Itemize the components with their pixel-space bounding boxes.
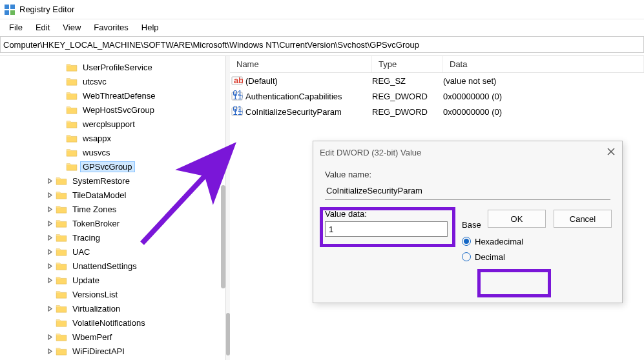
tree-item-label[interactable]: WiFiDirectAPI <box>70 346 127 357</box>
value-row[interactable]: 011110AuthenticationCapabilitiesREG_DWOR… <box>230 88 644 104</box>
expand-icon[interactable] <box>45 306 54 312</box>
expand-icon[interactable] <box>45 334 54 340</box>
radio-hexadecimal[interactable]: Hexadecimal <box>462 234 604 249</box>
tree-item-label[interactable]: Virtualization <box>70 303 123 314</box>
dialog-title-bar[interactable]: Edit DWORD (32-bit) Value <box>313 141 622 163</box>
tree-item[interactable]: wsappx <box>0 131 225 145</box>
dialog-title: Edit DWORD (32-bit) Value <box>320 148 421 157</box>
tree-item[interactable]: WiFiDirectAPI <box>0 344 225 358</box>
expand-icon[interactable] <box>45 178 54 184</box>
value-row[interactable]: ab(Default)REG_SZ(value not set) <box>230 73 644 88</box>
window-title: Registry Editor <box>19 5 74 14</box>
cancel-button[interactable]: Cancel <box>554 210 612 228</box>
radio-icon <box>462 252 471 261</box>
folder-icon <box>66 119 78 129</box>
binary-value-icon: 011110 <box>230 106 244 117</box>
menu-help[interactable]: Help <box>135 21 165 34</box>
folder-icon <box>66 90 78 101</box>
tree-item[interactable]: wusvcs <box>0 145 225 159</box>
tree-item-label[interactable]: WebThreatDefense <box>80 90 158 101</box>
folder-icon <box>56 346 67 356</box>
column-type[interactable]: Type <box>372 56 443 72</box>
tree-item-label[interactable]: Time Zones <box>70 204 119 215</box>
tree-item[interactable]: wercplsupport <box>0 117 225 131</box>
value-name-field[interactable]: CoInitializeSecurityParam <box>325 182 610 200</box>
value-name: AuthenticationCapabilities <box>244 92 372 101</box>
svg-text:110: 110 <box>233 92 244 101</box>
expand-icon[interactable] <box>45 277 54 283</box>
tree-item[interactable]: TileDataModel <box>0 188 225 202</box>
address-bar[interactable] <box>0 36 644 53</box>
expand-icon[interactable] <box>45 235 54 241</box>
tree-item-label[interactable]: wsappx <box>80 133 114 144</box>
tree-item[interactable]: WepHostSvcGroup <box>0 103 225 117</box>
tree-scroll-thumb[interactable] <box>221 185 225 288</box>
radio-decimal[interactable]: Decimal <box>462 249 604 265</box>
menu-view[interactable]: View <box>56 21 87 34</box>
tree-item[interactable]: UserProfileService <box>0 60 225 74</box>
tree-item[interactable]: Tracing <box>0 230 225 245</box>
tree-item-label[interactable]: utcsvc <box>80 76 109 87</box>
expand-icon[interactable] <box>45 348 54 354</box>
tree-item-label[interactable]: wercplsupport <box>80 119 138 130</box>
tree-item[interactable]: Virtualization <box>0 301 225 315</box>
value-row[interactable]: 011110CoInitializeSecurityParamREG_DWORD… <box>230 104 644 119</box>
tree-item-label[interactable]: GPSvcGroup <box>80 161 135 172</box>
expand-icon[interactable] <box>45 192 54 198</box>
value-data-input[interactable] <box>325 221 448 237</box>
tree-item-label[interactable]: SystemRestore <box>70 175 132 186</box>
folder-icon <box>66 161 78 172</box>
menu-file[interactable]: File <box>3 21 29 34</box>
folder-icon <box>66 133 78 143</box>
tree-item[interactable]: Time Zones <box>0 202 225 216</box>
tree-item[interactable]: VolatileNotifications <box>0 315 225 330</box>
tree-item[interactable]: GPSvcGroup <box>0 159 225 174</box>
folder-icon <box>66 147 78 157</box>
registry-tree[interactable]: UserProfileServiceutcsvcWebThreatDefense… <box>0 56 225 360</box>
ok-button[interactable]: OK <box>488 210 546 228</box>
column-headers[interactable]: Name Type Data <box>230 56 644 73</box>
expand-icon[interactable] <box>45 249 54 255</box>
tree-item-label[interactable]: Update <box>70 275 102 286</box>
expand-icon[interactable] <box>45 263 54 269</box>
folder-icon <box>56 175 67 186</box>
value-data: (value not set) <box>443 76 644 86</box>
tree-item[interactable]: SystemRestore <box>0 174 225 188</box>
tree-item[interactable]: UnattendSettings <box>0 259 225 273</box>
radio-icon <box>462 237 471 246</box>
column-name[interactable]: Name <box>230 56 372 72</box>
menu-edit[interactable]: Edit <box>29 21 56 34</box>
folder-icon <box>56 289 67 299</box>
tree-item-label[interactable]: WepHostSvcGroup <box>80 105 157 115</box>
tree-item[interactable]: TokenBroker <box>0 216 225 230</box>
tree-item-label[interactable]: Tracing <box>70 232 103 243</box>
menu-favorites[interactable]: Favorites <box>87 21 134 34</box>
tree-item[interactable]: VersionsList <box>0 287 225 301</box>
expand-icon[interactable] <box>45 206 54 212</box>
tree-item-label[interactable]: UAC <box>70 246 92 257</box>
tree-item-label[interactable]: WbemPerf <box>70 332 114 343</box>
column-data[interactable]: Data <box>443 56 644 72</box>
tree-item-label[interactable]: UnattendSettings <box>70 261 140 272</box>
address-input[interactable] <box>3 40 641 50</box>
value-type: REG_DWORD <box>372 107 443 117</box>
dialog-close-button[interactable] <box>607 147 616 158</box>
expand-icon[interactable] <box>45 221 54 226</box>
tree-item[interactable]: WebThreatDefense <box>0 88 225 103</box>
tree-item[interactable]: Update <box>0 273 225 287</box>
tree-item[interactable]: UAC <box>0 245 225 259</box>
tree-item-label[interactable]: VersionsList <box>70 289 120 300</box>
close-icon <box>607 147 616 156</box>
value-name-label: Value name: <box>325 170 610 179</box>
folder-icon <box>56 190 67 200</box>
value-list[interactable]: ab(Default)REG_SZ(value not set)011110Au… <box>230 73 644 119</box>
tree-item-label[interactable]: VolatileNotifications <box>70 317 148 328</box>
folder-icon <box>56 303 67 314</box>
tree-item-label[interactable]: TileDataModel <box>70 190 129 201</box>
tree-scrollbar[interactable] <box>221 56 225 360</box>
tree-item[interactable]: utcsvc <box>0 74 225 88</box>
tree-item-label[interactable]: TokenBroker <box>70 218 122 229</box>
tree-item-label[interactable]: UserProfileService <box>80 62 155 73</box>
tree-item[interactable]: WbemPerf <box>0 330 225 344</box>
tree-item-label[interactable]: wusvcs <box>80 147 113 158</box>
